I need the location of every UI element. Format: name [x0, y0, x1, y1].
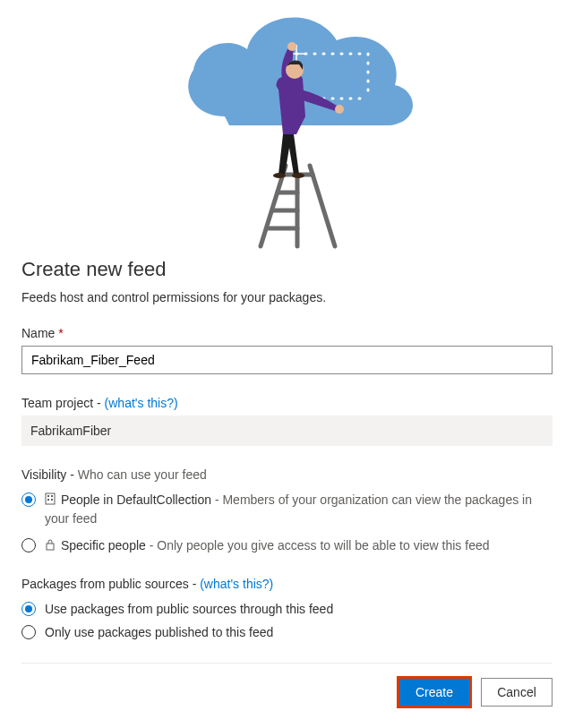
- svg-rect-21: [47, 499, 49, 501]
- create-button[interactable]: Create: [398, 678, 470, 707]
- svg-point-17: [292, 173, 304, 178]
- team-project-label: Team project - (what's this?): [21, 396, 553, 410]
- button-row: Create Cancel: [21, 678, 553, 707]
- svg-point-14: [335, 105, 344, 114]
- svg-rect-22: [51, 499, 53, 501]
- public-sources-label: Packages from public sources - (what's t…: [21, 577, 553, 591]
- public-sources-hint-link[interactable]: (what's this?): [200, 577, 273, 591]
- radio-specific[interactable]: [21, 538, 36, 552]
- svg-point-16: [273, 173, 286, 178]
- svg-rect-19: [47, 495, 49, 497]
- lock-icon: [45, 537, 56, 555]
- visibility-group: Visibility - Who can use your feed Peopl…: [21, 467, 553, 555]
- radio-use-public[interactable]: [21, 602, 36, 616]
- org-icon: [45, 492, 56, 510]
- svg-line-7: [310, 166, 335, 246]
- team-project-group: Team project - (what's this?) FabrikamFi…: [21, 396, 553, 446]
- page-subtitle: Feeds host and control permissions for y…: [21, 290, 553, 304]
- public-sources-option-only[interactable]: Only use packages published to this feed: [21, 623, 553, 641]
- team-project-value: FabrikamFiber: [21, 415, 553, 446]
- team-project-hint-link[interactable]: (what's this?): [105, 396, 178, 410]
- svg-point-13: [287, 42, 296, 51]
- visibility-option-collection[interactable]: People in DefaultCollection - Members of…: [21, 491, 553, 527]
- name-input[interactable]: [21, 346, 553, 374]
- radio-only-published[interactable]: [21, 625, 36, 639]
- visibility-option-specific[interactable]: Specific people - Only people you give a…: [21, 536, 553, 555]
- visibility-label: Visibility - Who can use your feed: [21, 467, 553, 482]
- hero-illustration: [21, 0, 553, 251]
- required-marker: *: [58, 326, 63, 340]
- divider: [21, 663, 553, 664]
- svg-rect-18: [46, 493, 55, 504]
- svg-rect-20: [51, 495, 53, 497]
- name-field-group: Name *: [21, 326, 553, 374]
- public-sources-group: Packages from public sources - (what's t…: [21, 577, 553, 641]
- page-title: Create new feed: [21, 258, 553, 281]
- radio-collection[interactable]: [21, 492, 36, 507]
- svg-rect-23: [47, 544, 54, 550]
- name-label: Name *: [21, 326, 553, 340]
- public-sources-option-use[interactable]: Use packages from public sources through…: [21, 600, 553, 618]
- cancel-button[interactable]: Cancel: [481, 678, 553, 707]
